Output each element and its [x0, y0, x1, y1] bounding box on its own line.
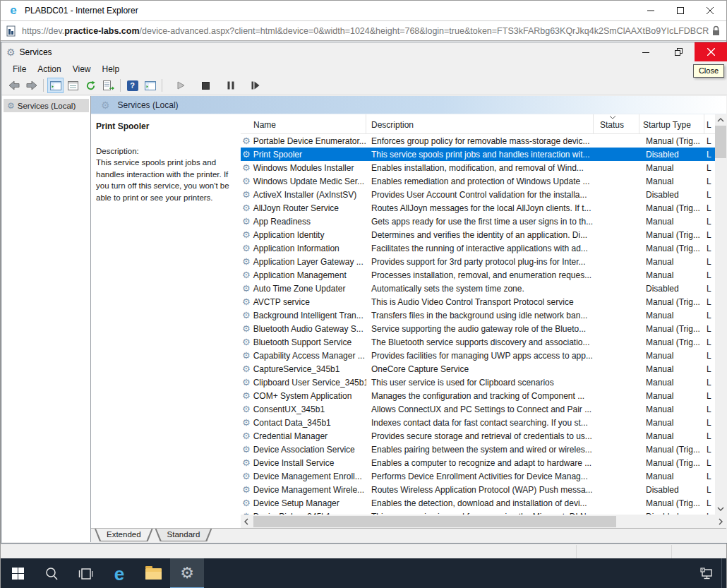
- show-console-tree-icon: [50, 81, 61, 90]
- remote-session-tray-button[interactable]: [692, 558, 721, 588]
- refresh-button[interactable]: [83, 78, 99, 93]
- task-view-button[interactable]: [68, 558, 102, 588]
- table-row[interactable]: ⚙Device Management Wirele...Routes Wirel…: [241, 483, 715, 496]
- table-row[interactable]: ⚙Credential ManagerProvides secure stora…: [241, 429, 715, 443]
- table-row[interactable]: ⚙Application IdentityDetermines and veri…: [241, 228, 715, 241]
- table-row[interactable]: ⚙ActiveX Installer (AxInstSV)Provides Us…: [241, 188, 715, 201]
- horizontal-scrollbar[interactable]: [241, 515, 726, 528]
- table-row[interactable]: ⚙Application InformationFacilitates the …: [241, 241, 715, 255]
- services-minimize-button[interactable]: [630, 42, 662, 61]
- ie-minimize-button[interactable]: [636, 1, 666, 20]
- table-row[interactable]: ⚙Portable Device Enumerator...Enforces g…: [241, 134, 715, 148]
- table-row[interactable]: ⚙Application ManagementProcesses install…: [241, 268, 715, 282]
- help-button[interactable]: [124, 78, 140, 93]
- show-action-pane-button[interactable]: [142, 78, 158, 93]
- vertical-scroll-thumb[interactable]: [715, 126, 726, 158]
- menu-view[interactable]: View: [67, 63, 97, 76]
- taskbar-search-button[interactable]: [35, 558, 68, 588]
- service-name-cell: ⚙App Readiness: [241, 217, 366, 227]
- scroll-down-icon[interactable]: [715, 503, 726, 515]
- table-row[interactable]: ⚙AVCTP serviceThis is Audio Video Contro…: [241, 295, 715, 308]
- table-row[interactable]: ⚙CaptureService_345b1OneCore Capture Ser…: [241, 362, 715, 376]
- column-header-name[interactable]: Name: [241, 114, 366, 133]
- tab-extended[interactable]: Extended: [95, 529, 153, 541]
- table-row[interactable]: ⚙Device Install ServiceEnables a compute…: [241, 456, 715, 469]
- service-description-cell: Determines and verifies the identity of …: [366, 230, 594, 240]
- menu-help[interactable]: Help: [97, 63, 126, 76]
- ie-close-button[interactable]: [695, 1, 725, 20]
- table-row[interactable]: ⚙Clipboard User Service_345b1This user s…: [241, 376, 715, 389]
- service-startup-type-cell: Manual: [639, 270, 704, 280]
- service-name-cell: ⚙Bluetooth Support Service: [241, 337, 366, 347]
- pause-service-button[interactable]: [222, 78, 239, 93]
- taskbar-file-explorer-button[interactable]: [136, 558, 170, 588]
- service-name-cell: ⚙Auto Time Zone Updater: [241, 284, 366, 294]
- start-service-button[interactable]: [173, 78, 189, 93]
- restart-service-button[interactable]: [247, 78, 263, 93]
- tab-standard[interactable]: Standard: [155, 529, 212, 541]
- table-row[interactable]: ⚙Windows Modules InstallerEnables instal…: [241, 161, 715, 174]
- column-header-status[interactable]: Status: [594, 114, 639, 133]
- table-row[interactable]: ⚙Device Setup ManagerEnables the detecti…: [241, 496, 715, 510]
- back-button[interactable]: [6, 78, 22, 93]
- table-row[interactable]: ⚙Contact Data_345b1Indexes contact data …: [241, 416, 715, 429]
- table-row[interactable]: ⚙ConsentUX_345b1Allows ConnectUX and PC …: [241, 402, 715, 416]
- services-restore-button[interactable]: [662, 42, 695, 61]
- service-gear-icon: ⚙: [242, 203, 251, 212]
- table-row[interactable]: ⚙App ReadinessGets apps ready for use th…: [241, 215, 715, 228]
- service-gear-icon: ⚙: [242, 351, 251, 360]
- service-name-cell: ⚙Application Layer Gateway ...: [241, 257, 366, 267]
- taskbar-services-button[interactable]: ⚙: [170, 558, 204, 588]
- taskbar-internet-explorer-button[interactable]: e: [102, 558, 136, 588]
- scroll-left-icon[interactable]: [241, 516, 252, 527]
- service-gear-icon: ⚙: [242, 136, 251, 145]
- scroll-up-icon[interactable]: [715, 114, 726, 126]
- toolbar: [1, 76, 727, 95]
- table-row[interactable]: ⚙Capability Access Manager ...Provides f…: [241, 349, 715, 362]
- show-console-tree-button[interactable]: [47, 78, 64, 93]
- start-button[interactable]: [1, 558, 35, 588]
- selected-service-name: Print Spooler: [96, 121, 234, 133]
- vertical-scrollbar[interactable]: [715, 114, 726, 515]
- table-row[interactable]: ⚙COM+ System ApplicationManages the conf…: [241, 389, 715, 402]
- tree-item-services-local[interactable]: ⚙ Services (Local): [4, 99, 89, 112]
- table-row[interactable]: ⚙AllJoyn Router ServiceRoutes AllJoyn me…: [241, 201, 715, 215]
- table-row[interactable]: ⚙Auto Time Zone UpdaterAutomatically set…: [241, 282, 715, 295]
- properties-button[interactable]: [65, 78, 81, 93]
- table-row[interactable]: ⚙Print SpoolerThis service spools print …: [241, 148, 715, 161]
- table-row[interactable]: ⚙Device Management Enroll...Performs Dev…: [241, 469, 715, 483]
- column-header-startup-type[interactable]: Startup Type: [639, 114, 704, 133]
- address-bar[interactable]: https://dev.practice-labs.com/device-adv…: [1, 20, 726, 41]
- show-desktop-button[interactable]: [721, 558, 726, 588]
- service-gear-icon: ⚙: [242, 431, 251, 440]
- menu-file[interactable]: File: [7, 63, 32, 76]
- service-gear-icon: ⚙: [242, 297, 251, 306]
- table-row[interactable]: ⚙Windows Update Medic Ser...Enables reme…: [241, 174, 715, 188]
- services-gear-icon: ⚙: [7, 102, 15, 110]
- column-header-log-on-as[interactable]: L: [704, 114, 715, 133]
- ie-window-title: PLABDC01 - Internet Explorer: [25, 6, 138, 16]
- table-row[interactable]: ⚙Bluetooth Support ServiceThe Bluetooth …: [241, 335, 715, 349]
- scroll-right-icon[interactable]: [715, 516, 726, 527]
- service-log-on-as-cell: L: [704, 297, 715, 307]
- table-row[interactable]: ⚙Background Intelligent Tran...Transfers…: [241, 308, 715, 322]
- column-header-description[interactable]: Description: [366, 114, 594, 133]
- toolbar-separator: [43, 79, 44, 92]
- service-log-on-as-cell: L: [704, 498, 715, 508]
- minimize-icon: [647, 7, 654, 14]
- table-row[interactable]: ⚙Device Association ServiceEnables pairi…: [241, 443, 715, 456]
- table-row[interactable]: ⚙Application Layer Gateway ...Provides s…: [241, 255, 715, 268]
- service-log-on-as-cell: L: [704, 190, 715, 200]
- forward-button[interactable]: [23, 78, 40, 93]
- services-close-button[interactable]: [695, 42, 727, 61]
- menu-action[interactable]: Action: [32, 63, 66, 76]
- service-description-cell: Manages the configuration and tracking o…: [366, 391, 594, 401]
- service-description-cell: This service spools print jobs and handl…: [366, 150, 594, 160]
- ie-maximize-button[interactable]: [666, 1, 695, 20]
- export-list-button[interactable]: [100, 78, 116, 93]
- table-row[interactable]: ⚙Bluetooth Audio Gateway S...Service sup…: [241, 322, 715, 335]
- url-field[interactable]: https://dev.practice-labs.com/device-adv…: [22, 26, 709, 36]
- table-row[interactable]: ⚙DevicePicker_345b1This user service is …: [241, 510, 715, 515]
- stop-service-button[interactable]: [198, 78, 214, 93]
- horizontal-scroll-thumb[interactable]: [253, 516, 616, 527]
